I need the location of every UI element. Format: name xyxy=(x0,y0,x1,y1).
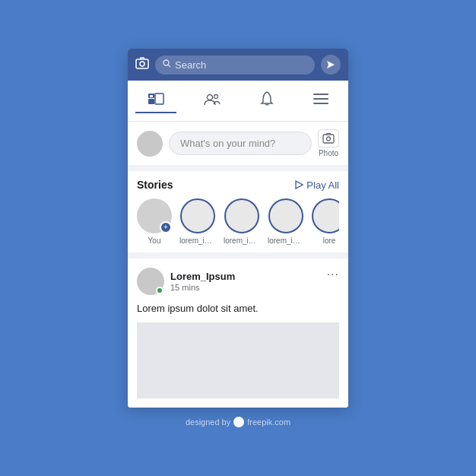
nav-item-notifications[interactable] xyxy=(248,88,286,113)
composer-avatar xyxy=(137,131,163,157)
story-add-button[interactable]: + xyxy=(160,221,172,233)
online-status-dot xyxy=(156,287,163,294)
svg-point-14 xyxy=(327,137,331,141)
post-time: 15 mins xyxy=(170,283,235,292)
watermark: designed by f freepik.com xyxy=(186,417,290,427)
story-label-3: lorem_ipsum xyxy=(268,236,304,245)
svg-rect-5 xyxy=(148,99,154,104)
svg-rect-13 xyxy=(323,135,334,143)
story-item-2[interactable]: lorem_ipsum xyxy=(224,198,260,245)
svg-point-9 xyxy=(214,95,218,99)
post-author-name: Lorem_Ipsum xyxy=(170,271,235,282)
stories-section: Stories Play All + You xyxy=(128,171,348,259)
freepik-logo: f xyxy=(233,417,244,427)
svg-rect-7 xyxy=(150,95,153,97)
post-more-button[interactable]: ··· xyxy=(327,268,339,281)
stories-title: Stories xyxy=(137,179,173,191)
svg-point-1 xyxy=(140,62,144,66)
post-header: Lorem_Ipsum 15 mins ··· xyxy=(137,268,339,295)
story-circle-wrapper-4 xyxy=(312,198,339,233)
post-content: Lorem ipsum dolot sit amet. xyxy=(137,301,339,316)
story-label-1: lorem_ipsum xyxy=(179,236,216,245)
feed-post: Lorem_Ipsum 15 mins ··· Lorem ipsum dolo… xyxy=(128,259,348,408)
photo-icon xyxy=(318,129,339,148)
watermark-site: freepik.com xyxy=(247,417,290,427)
svg-line-3 xyxy=(169,65,171,68)
post-author-info: Lorem_Ipsum 15 mins xyxy=(137,268,235,295)
nav-item-home[interactable] xyxy=(135,88,176,113)
story-item-you[interactable]: + You xyxy=(137,198,172,245)
nav-bar xyxy=(128,81,348,122)
photo-button[interactable]: Photo xyxy=(318,129,339,157)
composer-input[interactable]: What's on your mind? xyxy=(169,132,312,155)
photo-label: Photo xyxy=(319,149,338,157)
search-icon xyxy=(163,59,171,70)
story-item-3[interactable]: lorem_ipsum xyxy=(268,198,304,245)
story-item-1[interactable]: lorem_ipsum xyxy=(179,198,216,245)
home-icon xyxy=(148,91,164,109)
search-bar[interactable]: Search xyxy=(155,56,315,75)
story-circle-2 xyxy=(224,198,259,233)
stories-row: + You lorem_ipsum lorem_ipsum xyxy=(137,198,339,245)
story-circle-wrapper-3 xyxy=(268,198,303,233)
search-placeholder: Search xyxy=(175,59,206,71)
story-circle-3 xyxy=(268,198,303,233)
svg-point-8 xyxy=(208,95,213,100)
story-circle-wrapper-1 xyxy=(180,198,215,233)
story-circle-wrapper-you: + xyxy=(137,198,172,233)
camera-icon[interactable] xyxy=(135,57,149,72)
story-label-you: You xyxy=(148,236,161,245)
svg-point-2 xyxy=(163,60,169,65)
post-meta: Lorem_Ipsum 15 mins xyxy=(170,271,235,292)
phone-frame: Search xyxy=(128,49,348,408)
watermark-text: designed by xyxy=(186,417,230,427)
story-item-4[interactable]: lore xyxy=(312,198,339,245)
play-all-label: Play All xyxy=(306,179,339,191)
stories-header: Stories Play All xyxy=(137,179,339,191)
people-icon xyxy=(204,92,221,109)
nav-item-menu[interactable] xyxy=(301,90,341,112)
bell-icon xyxy=(260,91,274,110)
top-bar: Search xyxy=(128,49,348,81)
messenger-button[interactable] xyxy=(321,55,341,75)
story-label-4: lore xyxy=(323,236,336,245)
svg-rect-6 xyxy=(155,94,163,104)
post-composer: What's on your mind? Photo xyxy=(128,122,348,171)
composer-placeholder: What's on your mind? xyxy=(180,138,275,149)
story-label-2: lorem_ipsum xyxy=(224,236,260,245)
story-circle-4 xyxy=(312,198,339,233)
play-all-button[interactable]: Play All xyxy=(294,179,339,191)
story-circle-1 xyxy=(180,198,215,233)
svg-marker-15 xyxy=(296,181,303,189)
story-circle-wrapper-2 xyxy=(224,198,259,233)
nav-item-people[interactable] xyxy=(192,89,233,113)
post-avatar-wrapper xyxy=(137,268,164,295)
svg-rect-0 xyxy=(136,59,148,68)
hamburger-icon xyxy=(313,93,328,109)
post-image-placeholder xyxy=(137,322,339,398)
